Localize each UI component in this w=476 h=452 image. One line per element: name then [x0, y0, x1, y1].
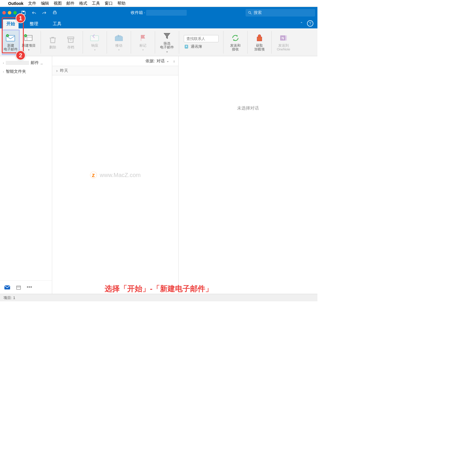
- new-email-label: 新建 电子邮件: [4, 44, 18, 51]
- address-book-label: 通讯簿: [191, 44, 202, 49]
- ribbon-separator: [247, 31, 248, 54]
- trash-icon: [48, 35, 58, 45]
- search-box[interactable]: 搜索: [246, 9, 315, 17]
- title-prefix: 收件箱 ·: [131, 10, 145, 15]
- ribbon-separator: [131, 31, 131, 54]
- watermark-text: www.MacZ.com: [100, 172, 141, 178]
- respond-label: 响应: [91, 44, 98, 48]
- svg-text:N: N: [281, 36, 284, 40]
- fullscreen-window-button[interactable]: [13, 11, 17, 14]
- chevron-down-icon: ▾: [166, 50, 168, 53]
- flag-button[interactable]: 标记 ▾: [134, 30, 152, 55]
- filter-button[interactable]: 筛选 电子邮件 ▾: [158, 30, 176, 55]
- send-receive-button[interactable]: 发送和 接收: [226, 30, 244, 55]
- mac-menu-app[interactable]: Outlook: [8, 1, 23, 6]
- ribbon-separator: [83, 31, 83, 54]
- calendar-nav-icon[interactable]: [16, 285, 21, 290]
- collapse-ribbon-icon[interactable]: ⌃: [300, 21, 303, 25]
- sort-direction-icon[interactable]: ↓: [173, 59, 175, 63]
- mac-menu-tools[interactable]: 工具: [92, 1, 100, 6]
- find-contacts-input[interactable]: [184, 35, 219, 42]
- mac-menu-view[interactable]: 视图: [54, 1, 62, 6]
- ribbon-separator: [41, 31, 41, 54]
- chevron-down-icon: ▾: [28, 48, 30, 51]
- ribbon-separator: [223, 31, 224, 54]
- svg-rect-0: [23, 11, 24, 12]
- ribbon-separator: [107, 31, 107, 54]
- account-name-masked: [146, 10, 187, 16]
- sort-value: 对话: [157, 59, 165, 64]
- mail-nav-icon[interactable]: [4, 285, 10, 290]
- delete-button[interactable]: 删除: [44, 30, 62, 55]
- address-book-button[interactable]: 通讯簿: [184, 44, 219, 49]
- status-bar: 项目: 1: [0, 294, 317, 301]
- quick-access-toolbar: [21, 10, 57, 15]
- mac-menu-bar: Outlook 文件 编辑 视图 邮件 格式 工具 窗口 帮助: [0, 0, 317, 7]
- tab-organize[interactable]: 整理: [26, 19, 42, 28]
- status-items-label: 项目:: [3, 295, 12, 300]
- sort-bar[interactable]: 依据: 对话 ⌄ ↓: [52, 56, 178, 66]
- move-button[interactable]: 移动 ▾: [110, 30, 128, 55]
- respond-button[interactable]: 响应 ▾: [86, 30, 104, 55]
- reading-pane: 未选择对话: [179, 56, 317, 294]
- chevron-down-icon: ⌄: [166, 59, 169, 63]
- more-nav-icon[interactable]: •••: [27, 284, 32, 290]
- filter-label: 筛选 电子邮件: [160, 42, 174, 49]
- chevron-down-icon: ▾: [118, 48, 120, 51]
- ribbon-tabs: 开始 整理 工具 ⌃ ?: [0, 19, 317, 28]
- svg-text:+: +: [25, 34, 26, 37]
- window-title: 收件箱 ·: [131, 10, 187, 16]
- svg-text:+: +: [7, 34, 8, 37]
- redo-icon[interactable]: [42, 10, 47, 15]
- minimize-window-button[interactable]: [8, 11, 11, 14]
- mac-menu-window[interactable]: 窗口: [105, 1, 113, 6]
- print-icon[interactable]: [52, 10, 57, 15]
- sidebar-account-row[interactable]: › 邮件 ..: [0, 59, 52, 67]
- group-label: 昨天: [60, 68, 68, 73]
- mac-menu-mail[interactable]: 邮件: [66, 1, 75, 6]
- svg-point-18: [186, 46, 187, 47]
- mac-menu-format[interactable]: 格式: [79, 1, 87, 6]
- send-receive-label: 发送和 接收: [230, 44, 241, 51]
- help-icon[interactable]: ?: [307, 20, 313, 27]
- send-onenote-label: 发送到 OneNote: [277, 44, 290, 51]
- sidebar-trailing: ..: [41, 61, 43, 65]
- get-addins-label: 获取 加载项: [254, 44, 265, 51]
- sync-icon: [230, 33, 240, 43]
- funnel-icon: [162, 31, 172, 41]
- reading-empty-text: 未选择对话: [237, 105, 259, 111]
- store-icon: [255, 33, 264, 43]
- ribbon: + 新建 电子邮件 + 新建项目 ▾ 删除 存档 响应 ▾ 移动 ▾ 标记 ▾: [0, 28, 317, 56]
- smart-folders-label: 智能文件夹: [6, 69, 26, 74]
- mac-menu-edit[interactable]: 编辑: [41, 1, 49, 6]
- archive-button[interactable]: 存档: [62, 30, 80, 55]
- svg-rect-21: [285, 35, 287, 41]
- main-area: › 邮件 .. › 智能文件夹 ••• 依据: 对话 ⌄ ↓ › 昨天 z w: [0, 56, 317, 294]
- search-icon: [248, 11, 252, 15]
- annotation-badge-2: 2: [16, 50, 26, 60]
- ribbon-separator: [179, 31, 179, 54]
- new-item-label: 新建项目: [22, 44, 36, 48]
- watermark: z www.MacZ.com: [90, 172, 141, 178]
- status-items-count: 1: [13, 296, 15, 300]
- close-window-button[interactable]: [2, 11, 6, 14]
- send-onenote-button[interactable]: N 发送到 OneNote: [275, 30, 292, 55]
- mac-menu-help[interactable]: 帮助: [117, 1, 126, 6]
- ribbon-separator: [271, 31, 272, 54]
- sidebar-nav-footer: •••: [0, 280, 52, 294]
- undo-icon[interactable]: [31, 10, 37, 15]
- account-masked: [6, 61, 29, 65]
- archive-label: 存档: [67, 45, 74, 49]
- mac-menu-file[interactable]: 文件: [28, 1, 36, 6]
- group-yesterday[interactable]: › 昨天: [52, 66, 178, 75]
- tab-tools[interactable]: 工具: [49, 19, 65, 28]
- svg-rect-14: [68, 39, 73, 43]
- sidebar-smart-folders[interactable]: › 智能文件夹: [0, 67, 52, 76]
- svg-rect-16: [90, 36, 99, 41]
- chevron-right-icon: ›: [3, 61, 4, 65]
- watermark-logo-icon: z: [90, 172, 97, 178]
- get-addins-button[interactable]: 获取 加载项: [250, 30, 268, 55]
- new-email-button[interactable]: + 新建 电子邮件: [2, 30, 20, 55]
- ribbon-separator: [155, 31, 155, 54]
- delete-label: 删除: [49, 45, 56, 49]
